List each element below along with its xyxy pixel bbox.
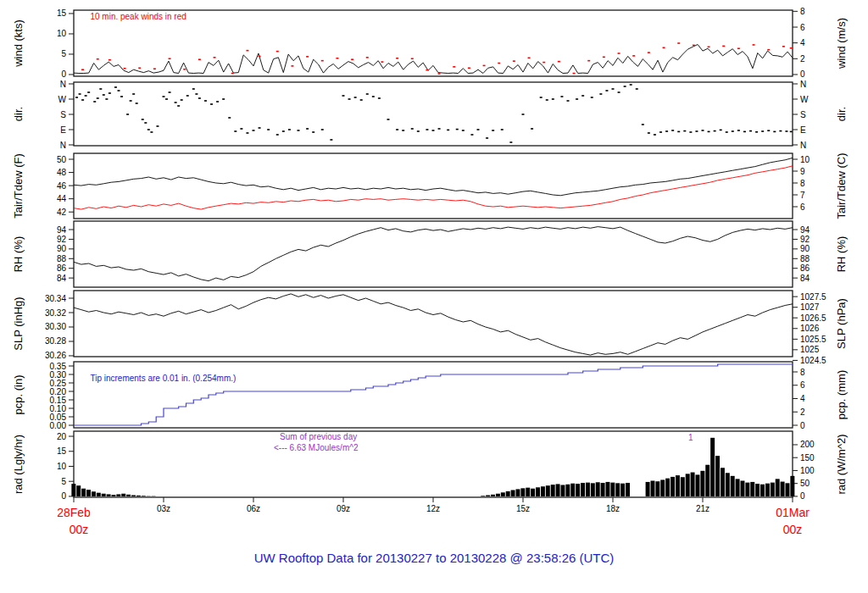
wind-10min-peaks: [81, 42, 793, 75]
rad-annotation: 1: [688, 433, 693, 442]
x-tick-label: 03z: [157, 504, 170, 513]
slp-right-tick: 1027: [800, 302, 820, 312]
sea-level-pressure: [74, 294, 793, 355]
rh-right-tick: 92: [800, 235, 810, 244]
tair-left-axis-label: Tair/Tdew (F): [12, 153, 25, 219]
pcp-left-tick: 0.25: [50, 379, 67, 388]
dir-left-tick: N: [60, 141, 66, 150]
end-date-label: 01Mar: [776, 506, 810, 519]
wind-right-tick: 4: [800, 38, 805, 47]
pcp-left-tick: 0.05: [50, 413, 67, 422]
rad-right-axis-label: rad (W/m^2): [835, 434, 848, 494]
rh-left-tick: 90: [57, 244, 67, 253]
dewpoint-temperature: [74, 166, 793, 209]
tair-right-tick: 7: [800, 191, 805, 200]
slp-left-tick: 30.30: [45, 322, 66, 331]
dir-right-tick: N: [800, 80, 806, 89]
dir-right-tick: S: [800, 110, 806, 119]
rad-right-tick: 150: [800, 453, 815, 463]
relative-humidity: [74, 227, 793, 281]
uw-rooftop-weather-plot: 05101502468wind (kts)wind (m/s)10 min. p…: [0, 0, 868, 593]
x-axis: 03z06z09z12z15z18z21z28Feb00z01Mar00z: [57, 497, 810, 536]
start-hour-label: 00z: [70, 523, 89, 536]
wind-right-tick: 0: [800, 69, 805, 79]
panel-rad: 05101520050100150200rad (Lgly/hr)rad (W/…: [12, 431, 848, 501]
rad-left-tick: 0: [61, 491, 66, 501]
wind-right-axis-label: wind (m/s): [835, 18, 848, 69]
pcp-left-axis-label: pcp. (in): [12, 375, 25, 415]
rh-right-tick: 84: [800, 274, 810, 283]
x-tick-label: 15z: [516, 504, 530, 513]
slp-right-tick: 1025: [800, 345, 820, 354]
rad-left-tick: 20: [57, 432, 67, 441]
tair-right-tick: 8: [800, 179, 805, 188]
start-date-label: 28Feb: [57, 506, 91, 519]
dir-left-tick: E: [60, 125, 66, 135]
tair-left-tick: 46: [57, 181, 67, 191]
pcp-right-tick: 4: [800, 394, 805, 403]
pcp-left-tick: 0.10: [50, 404, 67, 413]
pcp-right-axis-label: pcp. (mm): [835, 370, 848, 420]
pcp-right-tick: 6: [800, 380, 805, 390]
slp-left-axis-label: SLP (inHg): [12, 296, 25, 350]
pcp-right-tick: 0: [800, 421, 805, 430]
rad-left-tick: 5: [61, 477, 66, 486]
wind-annotation: 10 min. peak winds in red: [90, 12, 186, 21]
dir-right-axis-label: dir.: [835, 107, 848, 121]
wind-average: [74, 45, 793, 74]
panel-tair: 4244464850678910Tair/Tdew (F)Tair/Tdew (…: [12, 152, 848, 219]
pcp-left-tick: 0.20: [50, 387, 67, 396]
rad-right-tick: 200: [800, 440, 815, 449]
x-tick-label: 12z: [426, 504, 440, 513]
x-tick-label: 09z: [337, 504, 350, 513]
chart-title: UW Rooftop Data for 20130227 to 20130228…: [0, 551, 868, 565]
rad-left-tick: 10: [57, 462, 67, 471]
rh-right-tick: 90: [800, 244, 810, 253]
pcp-right-tick: 2: [800, 407, 805, 417]
rh-left-tick: 94: [57, 225, 67, 235]
rh-left-axis-label: RH (%): [12, 236, 25, 273]
wind-direction: [75, 84, 793, 143]
rad-left-axis-label: rad (Lgly/hr): [12, 435, 25, 494]
rad-right-tick: 100: [800, 466, 815, 475]
tair-left-tick: 44: [57, 194, 67, 203]
dir-left-tick: N: [60, 80, 66, 89]
pcp-left-tick: 0.15: [50, 396, 67, 405]
wind-right-tick: 2: [800, 54, 805, 64]
x-tick-label: 21z: [696, 504, 709, 513]
pcp-left-tick: 0.30: [50, 370, 67, 380]
rad-annotation: <--- 6.63 MJoules/m^2: [274, 443, 359, 452]
tair-left-tick: 50: [57, 155, 67, 164]
rh-right-tick: 86: [800, 263, 810, 273]
slp-left-tick: 30.26: [45, 351, 66, 360]
rad-right-tick: 0: [800, 491, 805, 501]
wind-left-tick: 10: [57, 29, 67, 38]
rh-right-tick: 94: [800, 225, 810, 235]
wind-right-tick: 8: [800, 7, 805, 16]
slp-left-tick: 30.28: [45, 336, 66, 346]
rh-left-tick: 88: [57, 254, 67, 263]
slp-right-tick: 1024.5: [800, 356, 826, 365]
tair-right-tick: 6: [800, 202, 805, 212]
dir-right-tick: E: [800, 125, 806, 135]
rh-left-tick: 92: [57, 235, 67, 244]
panel-pcp: 0.000.050.100.150.200.250.300.3502468pcp…: [12, 362, 848, 430]
dir-right-tick: W: [800, 95, 809, 104]
end-hour-label: 00z: [783, 523, 803, 536]
wind-left-axis-label: wind (kts): [12, 19, 25, 68]
wind-right-tick: 6: [800, 23, 805, 32]
air-temperature: [74, 158, 793, 195]
slp-right-tick: 1025.5: [800, 335, 826, 344]
rh-left-tick: 84: [57, 274, 67, 283]
slp-right-tick: 1027.5: [800, 292, 826, 302]
dir-left-axis-label: dir.: [12, 107, 25, 121]
dir-left-tick: W: [58, 95, 67, 104]
rad-left-tick: 15: [57, 446, 67, 456]
slp-left-tick: 30.34: [45, 294, 66, 303]
dir-left-tick: S: [60, 110, 66, 119]
tair-left-tick: 42: [57, 208, 67, 217]
tair-right-axis-label: Tair/Tdew (C): [835, 152, 848, 219]
panel-dir: NWSENNWSENdir.dir.: [12, 80, 848, 150]
rh-right-tick: 88: [800, 254, 810, 263]
panel-wind: 05101502468wind (kts)wind (m/s)10 min. p…: [12, 7, 848, 80]
